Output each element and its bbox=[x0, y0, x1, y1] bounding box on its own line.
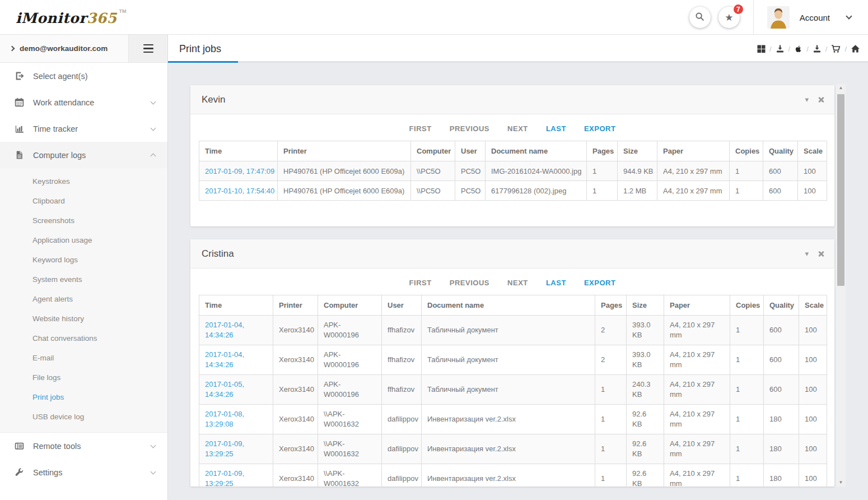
table-cell: 600 bbox=[764, 316, 799, 345]
column-header-printer: Printer bbox=[278, 141, 411, 161]
column-header-time: Time bbox=[199, 141, 278, 161]
sidebar-item-computer-logs[interactable]: Computer logs bbox=[0, 142, 167, 168]
export-link[interactable]: EXPORT bbox=[584, 279, 615, 287]
sidebar: demo@workauditor.com Select agent(s) Wor… bbox=[0, 35, 168, 500]
apple-icon[interactable] bbox=[794, 44, 802, 53]
download-icon[interactable] bbox=[813, 44, 822, 53]
sidebar-subitem-keyword-logs[interactable]: Keyword logs bbox=[0, 250, 167, 270]
time-link[interactable]: 2017-01-05, 14:34:26 bbox=[199, 375, 273, 405]
search-button[interactable] bbox=[689, 7, 711, 28]
home-icon[interactable] bbox=[851, 44, 860, 53]
sidebar-subitem-clipboard[interactable]: Clipboard bbox=[0, 191, 167, 211]
sidebar-item-settings[interactable]: Settings bbox=[0, 459, 167, 485]
first-link[interactable]: FIRST bbox=[409, 124, 432, 133]
column-header-paper: Paper bbox=[664, 295, 730, 316]
table-cell: Табличный документ bbox=[422, 375, 595, 405]
table-cell: \\APK-W0001632 bbox=[318, 434, 382, 464]
previous-link[interactable]: PREVIOUS bbox=[450, 124, 489, 133]
sidebar-item-select-agents[interactable]: Select agent(s) bbox=[0, 63, 167, 89]
table-cell: 600 bbox=[764, 345, 799, 375]
table-cell: Xerox3140 bbox=[273, 464, 318, 487]
last-link[interactable]: LAST bbox=[546, 124, 566, 133]
table-cell: dafilippov bbox=[382, 434, 422, 464]
table-cell: 100 bbox=[799, 345, 827, 375]
table-cell: 100 bbox=[798, 181, 827, 201]
first-link[interactable]: FIRST bbox=[409, 279, 432, 287]
table-cell: IMG-20161024-WA0000.jpg bbox=[486, 161, 587, 181]
close-icon[interactable] bbox=[818, 251, 824, 257]
table-cell: Xerox3140 bbox=[273, 345, 318, 375]
table-cell: APK-W0000196 bbox=[318, 316, 382, 345]
sidebar-item-remote-tools[interactable]: Remote tools bbox=[0, 433, 167, 459]
sidebar-subitem-system-events[interactable]: System events bbox=[0, 270, 167, 289]
column-header-size: Size bbox=[627, 295, 664, 316]
sidebar-subitem-e-mail[interactable]: E-mail bbox=[0, 348, 167, 368]
active-tab-indicator bbox=[168, 61, 238, 63]
time-link[interactable]: 2017-01-09, 13:29:25 bbox=[199, 434, 273, 464]
sidebar-subitem-screenshots[interactable]: Screenshots bbox=[0, 211, 167, 230]
sidebar-subitem-keystrokes[interactable]: Keystrokes bbox=[0, 172, 167, 191]
previous-link[interactable]: PREVIOUS bbox=[450, 279, 489, 287]
windows-icon[interactable] bbox=[757, 45, 766, 53]
table-cell: HP490761 (HP Officejet 6000 E609a) bbox=[278, 161, 411, 181]
avatar bbox=[767, 6, 790, 29]
next-link[interactable]: NEXT bbox=[507, 124, 528, 133]
table-cell: A4, 210 x 297 mm bbox=[664, 316, 730, 345]
table-cell: 100 bbox=[799, 434, 827, 464]
scroll-down-arrow-icon[interactable]: ▼ bbox=[836, 479, 846, 487]
menu-toggle-button[interactable] bbox=[128, 35, 167, 62]
chevron-down-icon bbox=[151, 99, 156, 104]
sidebar-item-work-attendance[interactable]: Work attendance bbox=[0, 89, 167, 115]
time-link[interactable]: 2017-01-08, 13:29:08 bbox=[199, 405, 273, 434]
favorites-button[interactable]: ★ 7 bbox=[718, 7, 740, 28]
table-cell: 100 bbox=[799, 375, 827, 405]
sidebar-subitem-file-logs[interactable]: File logs bbox=[0, 368, 167, 387]
next-link[interactable]: NEXT bbox=[507, 279, 528, 287]
print-jobs-table-kevin: TimePrinterComputerUserDocument namePage… bbox=[199, 141, 827, 201]
sidebar-subitem-agent-alerts[interactable]: Agent alerts bbox=[0, 289, 167, 309]
time-link[interactable]: 2017-01-04, 14:34:26 bbox=[199, 316, 273, 345]
notification-badge[interactable]: 7 bbox=[732, 3, 744, 15]
table-cell: 180 bbox=[764, 464, 799, 487]
export-link[interactable]: EXPORT bbox=[584, 124, 615, 133]
sidebar-subitem-website-history[interactable]: Website history bbox=[0, 309, 167, 328]
time-link[interactable]: 2017-01-09, 17:47:09 bbox=[199, 161, 278, 181]
sidebar-subitem-print-jobs[interactable]: Print jobs bbox=[0, 387, 167, 407]
account-label: Account bbox=[800, 13, 830, 22]
collapse-icon[interactable]: ▾ bbox=[805, 250, 809, 257]
last-link[interactable]: LAST bbox=[546, 279, 566, 287]
panel-header: Cristina ▾ bbox=[190, 239, 834, 268]
sidebar-account[interactable]: demo@workauditor.com bbox=[0, 35, 128, 62]
sidebar-subitem-chat-conversations[interactable]: Chat conversations bbox=[0, 328, 167, 348]
account-menu[interactable]: Account bbox=[754, 0, 868, 35]
table-row: 2017-01-04, 14:34:26Xerox3140APK-W000019… bbox=[199, 316, 827, 345]
time-link[interactable]: 2017-01-10, 17:54:40 bbox=[199, 181, 278, 201]
chevron-up-icon bbox=[151, 153, 156, 159]
chevron-down-icon bbox=[151, 469, 156, 474]
time-link[interactable]: 2017-01-04, 14:34:26 bbox=[199, 345, 273, 375]
table-cell: A4, 210 x 297 mm bbox=[664, 434, 730, 464]
sidebar-subitem-usb-device-log[interactable]: USB device log bbox=[0, 407, 167, 427]
table-cell: 92.6 KB bbox=[627, 464, 664, 487]
scrollbar-thumb[interactable] bbox=[837, 94, 844, 286]
download-icon[interactable] bbox=[776, 44, 785, 53]
separator: / bbox=[788, 45, 791, 53]
table-cell: APK-W0000196 bbox=[318, 345, 382, 375]
table-cell: A4, 210 x 297 mm bbox=[664, 375, 730, 405]
column-header-user: User bbox=[455, 141, 486, 161]
vertical-scrollbar[interactable]: ▲ ▼ bbox=[836, 84, 846, 487]
close-icon[interactable] bbox=[818, 96, 824, 103]
sidebar-item-time-tracker[interactable]: Time tracker bbox=[0, 115, 167, 142]
hamburger-icon bbox=[143, 44, 153, 46]
column-header-printer: Printer bbox=[273, 295, 318, 316]
table-cell: Xerox3140 bbox=[273, 316, 318, 345]
separator: / bbox=[769, 45, 772, 53]
collapse-icon[interactable]: ▾ bbox=[805, 96, 809, 103]
time-link[interactable]: 2017-01-09, 13:29:25 bbox=[199, 464, 273, 487]
separator: / bbox=[825, 45, 828, 53]
sidebar-subitem-application-usage[interactable]: Application usage bbox=[0, 230, 167, 250]
cart-icon[interactable] bbox=[831, 44, 841, 53]
column-header-copies: Copies bbox=[730, 295, 764, 316]
scroll-up-arrow-icon[interactable]: ▲ bbox=[836, 84, 846, 92]
table-cell: A4, 210 x 297 mm bbox=[664, 405, 730, 434]
